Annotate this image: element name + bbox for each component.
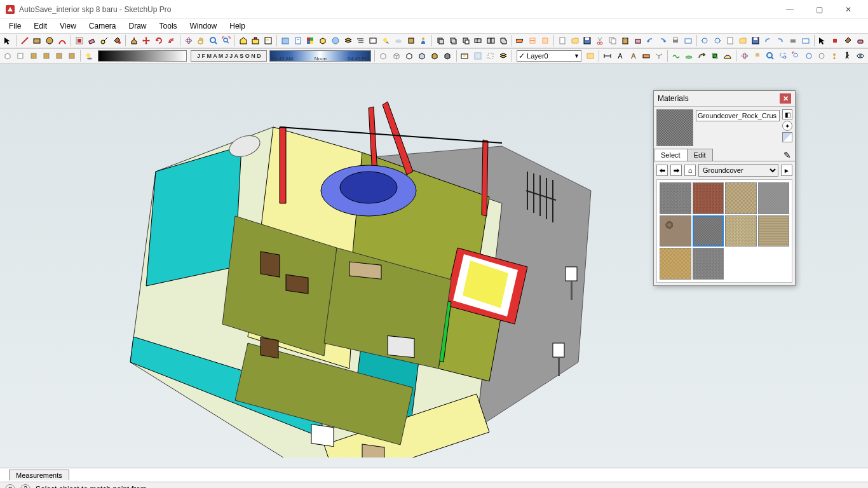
menu-view[interactable]: View xyxy=(53,20,83,32)
print-dup-icon[interactable] xyxy=(787,34,799,47)
materials-details-button[interactable]: ▸ xyxy=(781,165,792,176)
paint-bucket-2-icon[interactable] xyxy=(842,34,853,47)
tape-measure-icon[interactable] xyxy=(98,34,110,47)
time-slider[interactable]: 06:43 AM Noon 04:45 PM xyxy=(269,50,371,62)
position-camera-icon[interactable] xyxy=(829,50,840,62)
solid-trim-icon[interactable] xyxy=(473,34,484,47)
copy-icon[interactable] xyxy=(607,34,618,47)
credits-icon[interactable]: ? xyxy=(20,484,31,489)
iso-view-icon[interactable] xyxy=(2,50,13,62)
solid-subtract-icon[interactable] xyxy=(460,34,471,47)
monochrome-style-icon[interactable] xyxy=(442,50,453,62)
model-info-icon[interactable] xyxy=(280,34,291,47)
section-plane-icon[interactable] xyxy=(515,34,526,47)
open-file-dup-icon[interactable] xyxy=(737,34,749,47)
move-tool-icon[interactable] xyxy=(140,34,152,47)
paint-bucket-icon[interactable] xyxy=(111,34,123,47)
current-material-swatch[interactable] xyxy=(656,109,693,146)
menu-window[interactable]: Window xyxy=(184,20,224,32)
print-icon[interactable] xyxy=(670,34,681,47)
materials-panel-close-button[interactable]: ✕ xyxy=(780,93,791,104)
followme-icon[interactable] xyxy=(696,50,707,62)
zoom-window-icon[interactable] xyxy=(778,50,789,62)
display-second-pane-button[interactable]: ◧ xyxy=(782,109,792,119)
right-view-icon[interactable] xyxy=(41,50,52,62)
material-swatch[interactable] xyxy=(693,182,724,214)
sandbox-smoove-icon[interactable] xyxy=(683,50,695,62)
model-settings-icon[interactable] xyxy=(682,34,694,47)
entity-info-icon[interactable] xyxy=(292,34,304,47)
solid-outer-icon[interactable] xyxy=(498,34,509,47)
hidden-line-style-icon[interactable] xyxy=(403,50,415,62)
material-name-input[interactable] xyxy=(696,110,780,121)
look-around-icon[interactable] xyxy=(855,50,866,62)
materials-nav-back-button[interactable]: ⬅ xyxy=(656,165,668,176)
save-file-icon[interactable] xyxy=(582,34,593,47)
material-swatch[interactable] xyxy=(660,215,691,247)
3d-text-icon[interactable]: A xyxy=(627,50,639,62)
material-swatch[interactable] xyxy=(693,248,724,280)
cut-icon[interactable] xyxy=(594,34,606,47)
materials-category-select[interactable]: Groundcover xyxy=(698,164,778,177)
make-component-2-icon[interactable] xyxy=(829,34,841,47)
shadow-toggle-icon[interactable] xyxy=(83,50,95,62)
solid-split-icon[interactable] xyxy=(485,34,496,47)
eyedropper-icon[interactable]: ✎ xyxy=(783,150,791,160)
material-swatch[interactable] xyxy=(758,215,790,247)
camera-undo-icon[interactable] xyxy=(700,34,711,47)
select-tool-icon[interactable] xyxy=(2,34,13,47)
line-tool-icon[interactable] xyxy=(19,34,31,47)
save-file-dup-icon[interactable] xyxy=(750,34,761,47)
zoom-extents-icon[interactable] xyxy=(220,34,232,47)
materials-tab-select[interactable]: Select xyxy=(654,149,688,161)
zoom-2-icon[interactable] xyxy=(764,50,776,62)
walk-tool-icon[interactable] xyxy=(842,50,853,62)
section-tool-icon[interactable] xyxy=(641,50,652,62)
pan-2-icon[interactable] xyxy=(752,50,763,62)
layer-dropdown-arrow-icon[interactable]: ▼ xyxy=(574,53,580,59)
camera-redo-icon[interactable] xyxy=(712,34,723,47)
layout-icon[interactable] xyxy=(262,34,274,47)
transparency-icon[interactable] xyxy=(472,50,484,62)
back-edges-icon[interactable] xyxy=(485,50,496,62)
match-photo-icon[interactable] xyxy=(459,50,470,62)
create-material-button[interactable]: ✦ xyxy=(782,121,792,131)
paste-icon[interactable] xyxy=(620,34,631,47)
protractor-icon[interactable] xyxy=(722,50,733,62)
menu-camera[interactable]: Camera xyxy=(83,20,123,32)
shaded-style-icon[interactable] xyxy=(416,50,428,62)
components-panel-icon[interactable] xyxy=(317,34,329,47)
xray-style-icon[interactable] xyxy=(377,50,389,62)
material-swatch[interactable] xyxy=(725,215,757,247)
model-settings-dup-icon[interactable] xyxy=(800,34,811,47)
select-tool-2-icon[interactable] xyxy=(817,34,829,47)
undo-icon[interactable] xyxy=(645,34,656,47)
maximize-button[interactable]: ▢ xyxy=(804,0,834,19)
shadow-darkness-slider[interactable] xyxy=(98,50,187,62)
minimize-button[interactable]: — xyxy=(775,0,804,19)
pushpull-tool-icon[interactable] xyxy=(128,34,140,47)
layer-manager-icon[interactable] xyxy=(585,50,596,62)
menu-draw[interactable]: Draw xyxy=(123,20,153,32)
materials-tab-edit[interactable]: Edit xyxy=(687,149,713,161)
scenes-icon[interactable] xyxy=(367,34,379,47)
arc-tool-icon[interactable] xyxy=(57,34,68,47)
material-swatch[interactable] xyxy=(725,182,757,214)
new-file-icon[interactable] xyxy=(557,34,568,47)
orbit-tool-icon[interactable] xyxy=(183,34,194,47)
menu-edit[interactable]: Edit xyxy=(27,20,53,32)
prev-view-icon[interactable] xyxy=(803,50,815,62)
back-view-icon[interactable] xyxy=(53,50,65,62)
zoom-tool-icon[interactable] xyxy=(208,34,219,47)
next-view-icon[interactable] xyxy=(816,50,827,62)
warehouse-icon[interactable] xyxy=(238,34,249,47)
instructor-icon[interactable] xyxy=(418,34,430,47)
styles-panel-icon[interactable] xyxy=(330,34,341,47)
default-material-button[interactable] xyxy=(782,132,792,142)
geo-location-icon[interactable]: ⊕ xyxy=(5,484,15,489)
material-swatch[interactable] xyxy=(660,182,691,214)
open-file-icon[interactable] xyxy=(569,34,581,47)
axes-tool-icon[interactable] xyxy=(653,50,665,62)
make-component-icon[interactable] xyxy=(74,34,85,47)
section-cut-icon[interactable] xyxy=(539,34,551,47)
